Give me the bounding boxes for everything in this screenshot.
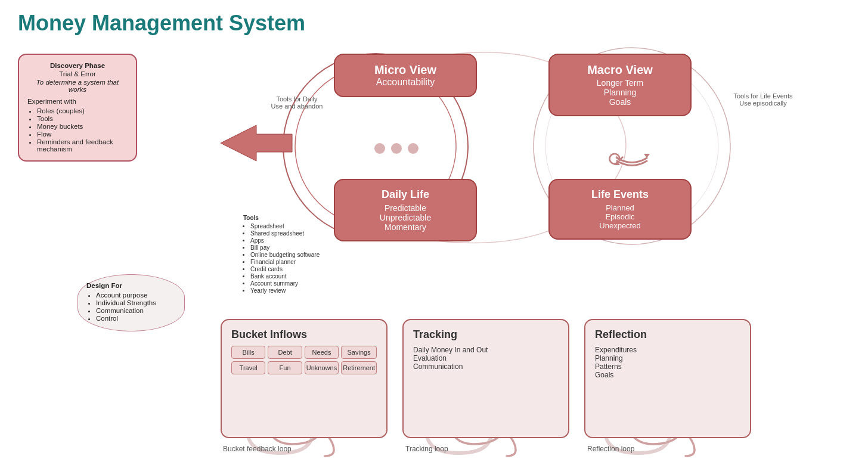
macro-view-items: Longer Term Planning Goals xyxy=(562,78,678,107)
tools-list-title: Tools xyxy=(243,215,320,221)
bucket-cell-travel: Travel xyxy=(231,361,265,374)
reflection-loop-label: Reflection loop xyxy=(587,445,634,453)
micro-view-box: Micro View Accountability xyxy=(334,54,477,97)
design-for-box: Design For Account purpose Individual St… xyxy=(78,274,185,331)
dot-1 xyxy=(374,143,385,154)
tool-3: Apps xyxy=(250,237,320,244)
reflection-content: Expenditures Planning Patterns Goals xyxy=(595,346,740,379)
refresh-icon: ⟳ xyxy=(608,148,624,170)
daily-life-item-2: Unpredictable xyxy=(347,213,464,222)
tool-4: Bill pay xyxy=(250,244,320,251)
tool-10: Yearly review xyxy=(250,287,320,294)
discovery-item-1: Roles (couples) xyxy=(37,107,128,114)
macro-view-box: Macro View Longer Term Planning Goals xyxy=(548,54,692,116)
tool-2: Shared spreadsheet xyxy=(250,230,320,237)
page-title: Money Management System xyxy=(18,11,305,36)
design-for-item-1: Account purpose xyxy=(96,292,176,299)
daily-life-item-3: Momentary xyxy=(347,222,464,232)
tool-1: Spreadsheet xyxy=(250,223,320,230)
design-for-item-2: Individual Strengths xyxy=(96,299,176,306)
tracking-item-2: Evaluation xyxy=(413,354,559,362)
tools-items: Spreadsheet Shared spreadsheet Apps Bill… xyxy=(243,223,320,294)
tools-label-events: Tools for Life EventsUse episodically xyxy=(727,92,799,107)
tools-list: Tools Spreadsheet Shared spreadsheet App… xyxy=(243,215,320,294)
life-events-title: Life Events xyxy=(562,188,678,201)
daily-life-title: Daily Life xyxy=(347,188,464,201)
tool-9: Account summary xyxy=(250,280,320,287)
svg-marker-4 xyxy=(221,125,292,161)
macro-view-title: Macro View xyxy=(562,63,678,77)
tool-7: Credit cards xyxy=(250,266,320,272)
discovery-item-4: Flow xyxy=(37,131,128,138)
micro-view-subtitle: Accountability xyxy=(347,77,464,88)
bucket-cell-savings: Savings xyxy=(341,346,377,359)
dot-3 xyxy=(408,143,418,154)
life-events-box: Life Events Planned Episodic Unexpected xyxy=(548,179,692,240)
tracking-loop-label: Tracking loop xyxy=(405,445,448,453)
reflection-item-1: Expenditures xyxy=(595,346,740,354)
bucket-title: Bucket Inflows xyxy=(231,328,377,341)
design-for-title: Design For xyxy=(86,282,176,289)
bucket-cell-bills: Bills xyxy=(231,346,265,359)
bucket-cell-fun: Fun xyxy=(268,361,302,374)
design-for-item-3: Communication xyxy=(96,307,176,314)
discovery-list: Roles (couples) Tools Money buckets Flow… xyxy=(27,107,128,153)
reflection-item-3: Patterns xyxy=(595,362,740,371)
discovery-item-5: Reminders and feedback mechanism xyxy=(37,138,128,153)
bucket-cell-debt: Debt xyxy=(268,346,302,359)
life-events-item-1: Planned xyxy=(562,203,678,212)
discovery-subtitle: Trial & Error xyxy=(27,70,128,77)
tracking-item-3: Communication xyxy=(413,362,559,371)
tracking-title: Tracking xyxy=(413,328,559,341)
design-for-item-4: Control xyxy=(96,315,176,322)
bucket-cell-retirement: Retirement xyxy=(341,361,377,374)
discovery-box: Discovery Phase Trial & Error To determi… xyxy=(18,54,137,162)
tracking-item-1: Daily Money In and Out xyxy=(413,346,559,354)
dots-row xyxy=(374,143,418,154)
daily-life-box: Daily Life Predictable Unpredictable Mom… xyxy=(334,179,477,241)
tool-6: Financial planner xyxy=(250,259,320,265)
macro-view-item-3: Goals xyxy=(562,97,678,107)
bucket-cell-needs: Needs xyxy=(305,346,339,359)
reflection-card: Reflection Expenditures Planning Pattern… xyxy=(584,319,751,438)
bucket-inflows-card: Bucket Inflows Bills Debt Needs Savings … xyxy=(221,319,388,438)
tool-8: Bank account xyxy=(250,273,320,280)
tool-5: Online budgeting software xyxy=(250,252,320,258)
discovery-experiment: Experiment with xyxy=(27,98,128,105)
svg-marker-5 xyxy=(644,154,650,158)
daily-life-items: Predictable Unpredictable Momentary xyxy=(347,203,464,232)
design-for-list: Account purpose Individual Strengths Com… xyxy=(86,292,176,322)
life-events-items: Planned Episodic Unexpected xyxy=(562,203,678,230)
tracking-content: Daily Money In and Out Evaluation Commun… xyxy=(413,346,559,371)
life-events-item-2: Episodic xyxy=(562,212,678,221)
micro-view-title: Micro View xyxy=(347,63,464,77)
discovery-title: Discovery Phase xyxy=(27,62,128,69)
reflection-item-2: Planning xyxy=(595,354,740,362)
bucket-loop-label: Bucket feedback loop xyxy=(223,445,292,453)
bucket-cell-unknowns: Unknowns xyxy=(305,361,339,374)
macro-view-item-2: Planning xyxy=(562,88,678,97)
discovery-item-2: Tools xyxy=(37,115,128,122)
discovery-italic: To determine a system that works xyxy=(27,79,128,93)
discovery-item-3: Money buckets xyxy=(37,123,128,130)
bucket-grid: Bills Debt Needs Savings Travel Fun Unkn… xyxy=(231,346,377,374)
life-events-item-3: Unexpected xyxy=(562,221,678,230)
tools-label-daily: Tools for DailyUse and abandon xyxy=(267,95,327,110)
dot-2 xyxy=(391,143,402,154)
tracking-card: Tracking Daily Money In and Out Evaluati… xyxy=(402,319,569,438)
daily-life-item-1: Predictable xyxy=(347,203,464,213)
reflection-title: Reflection xyxy=(595,328,740,341)
reflection-item-4: Goals xyxy=(595,371,740,379)
macro-view-item-1: Longer Term xyxy=(562,78,678,88)
